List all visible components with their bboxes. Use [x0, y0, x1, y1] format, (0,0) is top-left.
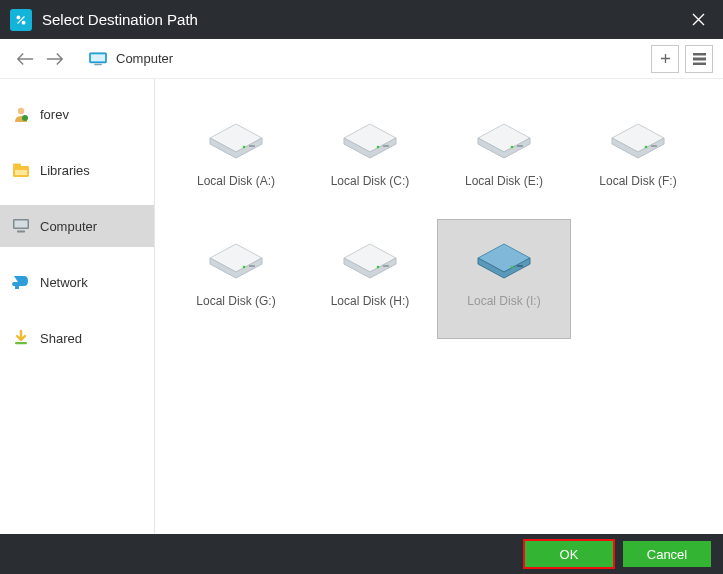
hard-disk-icon: [338, 234, 402, 280]
svg-rect-19: [249, 145, 255, 147]
sidebar: forev Libraries Computer Network Shared: [0, 79, 155, 534]
disk-item[interactable]: Local Disk (H:): [303, 219, 437, 339]
disk-item[interactable]: Local Disk (F:): [571, 99, 705, 219]
sidebar-item-label: Shared: [40, 331, 82, 346]
svg-point-18: [243, 146, 246, 149]
ok-button[interactable]: OK: [525, 541, 613, 567]
close-button[interactable]: [683, 5, 713, 35]
svg-point-0: [16, 15, 20, 19]
libraries-icon: [12, 161, 30, 179]
shared-icon: [12, 329, 30, 347]
svg-rect-4: [94, 63, 102, 65]
svg-rect-8: [693, 63, 706, 65]
sidebar-item-libraries[interactable]: Libraries: [0, 149, 154, 191]
svg-rect-13: [15, 170, 27, 175]
disk-label: Local Disk (F:): [599, 174, 676, 188]
footer: OK Cancel: [0, 534, 723, 574]
svg-rect-16: [17, 231, 25, 233]
svg-rect-29: [383, 265, 389, 267]
nav-back-button[interactable]: [10, 44, 40, 74]
svg-rect-31: [517, 265, 523, 267]
svg-rect-21: [383, 145, 389, 147]
disk-item[interactable]: Local Disk (A:): [169, 99, 303, 219]
svg-rect-6: [693, 53, 706, 55]
disk-item-selected[interactable]: Local Disk (I:): [437, 219, 571, 339]
svg-point-28: [377, 266, 380, 269]
svg-rect-25: [651, 145, 657, 147]
computer-icon: [12, 217, 30, 235]
sidebar-item-label: Libraries: [40, 163, 90, 178]
view-toggle-button[interactable]: [685, 45, 713, 73]
breadcrumb[interactable]: Computer: [88, 51, 173, 66]
nav-forward-button[interactable]: [40, 44, 70, 74]
svg-point-26: [243, 266, 246, 269]
network-icon: [12, 273, 30, 291]
disk-label: Local Disk (G:): [196, 294, 275, 308]
hard-disk-icon: [472, 234, 536, 280]
sidebar-item-network[interactable]: Network: [0, 261, 154, 303]
svg-rect-7: [693, 58, 706, 60]
new-folder-button[interactable]: [651, 45, 679, 73]
hard-disk-icon: [472, 114, 536, 160]
breadcrumb-label: Computer: [116, 51, 173, 66]
cancel-button[interactable]: Cancel: [623, 541, 711, 567]
svg-rect-3: [91, 54, 105, 61]
hard-disk-icon: [338, 114, 402, 160]
titlebar: Select Destination Path: [0, 0, 723, 39]
disk-label: Local Disk (A:): [197, 174, 275, 188]
hard-disk-icon: [606, 114, 670, 160]
disk-label: Local Disk (E:): [465, 174, 543, 188]
hard-disk-icon: [204, 234, 268, 280]
content-area: forev Libraries Computer Network Shared …: [0, 79, 723, 534]
sidebar-item-label: forev: [40, 107, 69, 122]
hard-disk-icon: [204, 114, 268, 160]
file-grid: Local Disk (A:) Local Disk (C:) Local Di…: [155, 79, 723, 534]
svg-point-20: [377, 146, 380, 149]
user-icon: [12, 105, 30, 123]
sidebar-item-label: Computer: [40, 219, 97, 234]
window-title: Select Destination Path: [42, 11, 683, 28]
svg-point-9: [18, 108, 24, 114]
svg-point-30: [511, 266, 514, 269]
svg-point-1: [22, 20, 26, 24]
sidebar-item-label: Network: [40, 275, 88, 290]
svg-point-24: [645, 146, 648, 149]
sidebar-item-shared[interactable]: Shared: [0, 317, 154, 359]
disk-label: Local Disk (C:): [331, 174, 410, 188]
disk-item[interactable]: Local Disk (G:): [169, 219, 303, 339]
svg-rect-17: [15, 342, 27, 344]
svg-rect-15: [15, 221, 28, 228]
computer-icon: [88, 52, 108, 66]
svg-rect-27: [249, 265, 255, 267]
svg-point-22: [511, 146, 514, 149]
disk-item[interactable]: Local Disk (E:): [437, 99, 571, 219]
svg-rect-12: [13, 164, 21, 167]
disk-label: Local Disk (H:): [331, 294, 410, 308]
svg-rect-23: [517, 145, 523, 147]
disk-item[interactable]: Local Disk (C:): [303, 99, 437, 219]
sidebar-item-user[interactable]: forev: [0, 93, 154, 135]
sidebar-item-computer[interactable]: Computer: [0, 205, 154, 247]
toolbar: Computer: [0, 39, 723, 79]
disk-label: Local Disk (I:): [467, 294, 540, 308]
svg-point-10: [22, 115, 28, 121]
app-icon: [10, 9, 32, 31]
